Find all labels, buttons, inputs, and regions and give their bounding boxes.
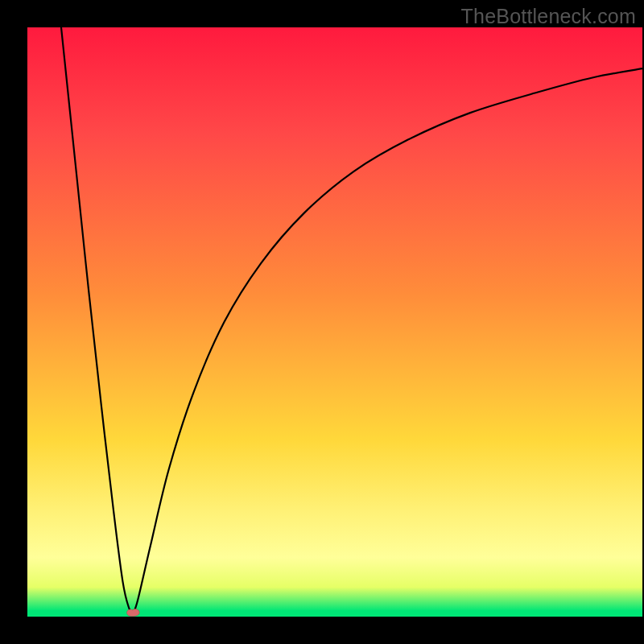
curve-path	[61, 27, 642, 613]
chart-frame: TheBottleneck.com	[0, 0, 644, 644]
watermark-text: TheBottleneck.com	[461, 5, 636, 28]
bottleneck-curve	[27, 27, 642, 617]
plot-area	[27, 27, 642, 617]
